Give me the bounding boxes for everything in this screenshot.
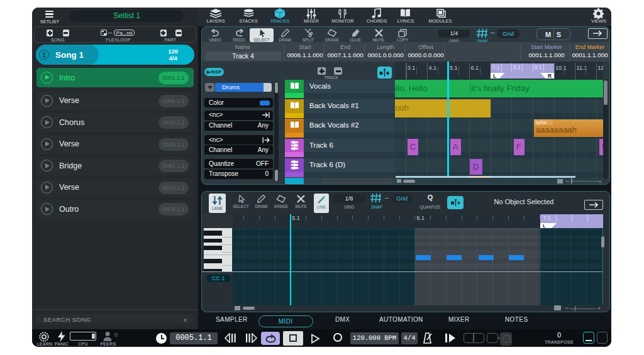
svg-text:L: L <box>543 223 546 228</box>
svg-text:R: R <box>548 73 552 79</box>
svg-text:L: L <box>493 73 496 79</box>
